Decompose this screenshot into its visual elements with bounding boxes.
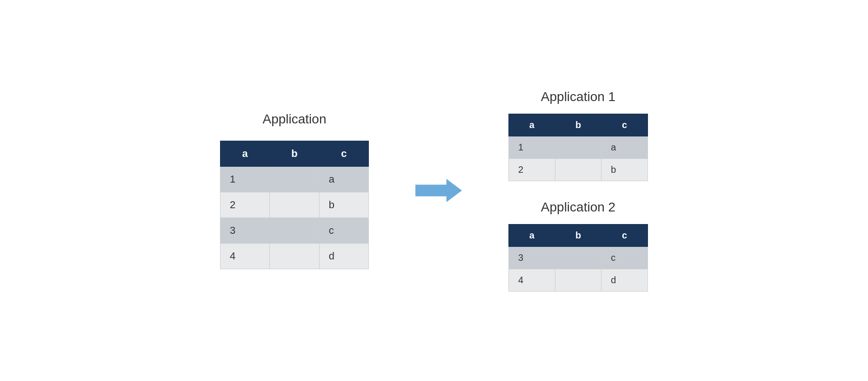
table-cell: 3	[509, 247, 555, 269]
main-container: Application a b c 1a2b3c4d Application 1	[201, 71, 667, 310]
table-cell	[555, 159, 601, 181]
table-cell: 4	[509, 269, 555, 292]
table-cell	[270, 218, 319, 244]
app2-header-a: a	[509, 225, 555, 247]
table-cell: a	[319, 167, 368, 192]
table-cell: a	[601, 136, 648, 159]
table-row: 2b	[509, 159, 648, 181]
right-arrow-icon	[415, 177, 462, 204]
table-cell	[555, 136, 601, 159]
app1-header-b: b	[555, 114, 601, 136]
left-title: Application	[263, 112, 327, 127]
table-cell	[270, 192, 319, 218]
table-cell: 4	[220, 244, 270, 269]
table-cell	[555, 247, 601, 269]
app2-header-b: b	[555, 225, 601, 247]
table-row: 1a	[220, 167, 369, 192]
app2-header-c: c	[601, 225, 648, 247]
right-section: Application 1 a b c 1a2b Application 2	[508, 89, 648, 292]
app1-title: Application 1	[541, 89, 615, 104]
table-cell: c	[319, 218, 368, 244]
app2-table: a b c 3c4d	[508, 224, 648, 292]
left-header-b: b	[270, 141, 319, 167]
table-cell: 1	[220, 167, 270, 192]
table-cell: c	[601, 247, 648, 269]
table-cell: d	[601, 269, 648, 292]
app1-section: Application 1 a b c 1a2b	[508, 89, 648, 181]
app2-title: Application 2	[541, 200, 615, 215]
left-header-a: a	[220, 141, 270, 167]
arrow-container	[415, 177, 462, 204]
app1-header-c: c	[601, 114, 648, 136]
table-cell: d	[319, 244, 368, 269]
table-cell: 2	[509, 159, 555, 181]
table-cell: 3	[220, 218, 270, 244]
app1-table: a b c 1a2b	[508, 114, 648, 181]
left-section: Application a b c 1a2b3c4d	[220, 112, 369, 269]
table-row: 4d	[220, 244, 369, 269]
table-cell	[270, 244, 319, 269]
app1-header-a: a	[509, 114, 555, 136]
table-row: 3c	[220, 218, 369, 244]
table-row: 1a	[509, 136, 648, 159]
left-table: a b c 1a2b3c4d	[220, 141, 369, 269]
table-row: 3c	[509, 247, 648, 269]
svg-marker-0	[415, 179, 462, 202]
table-row: 4d	[509, 269, 648, 292]
table-cell: b	[319, 192, 368, 218]
table-cell: b	[601, 159, 648, 181]
table-cell	[270, 167, 319, 192]
app2-section: Application 2 a b c 3c4d	[508, 200, 648, 292]
table-cell: 2	[220, 192, 270, 218]
table-cell: 1	[509, 136, 555, 159]
table-cell	[555, 269, 601, 292]
left-header-c: c	[319, 141, 368, 167]
table-row: 2b	[220, 192, 369, 218]
